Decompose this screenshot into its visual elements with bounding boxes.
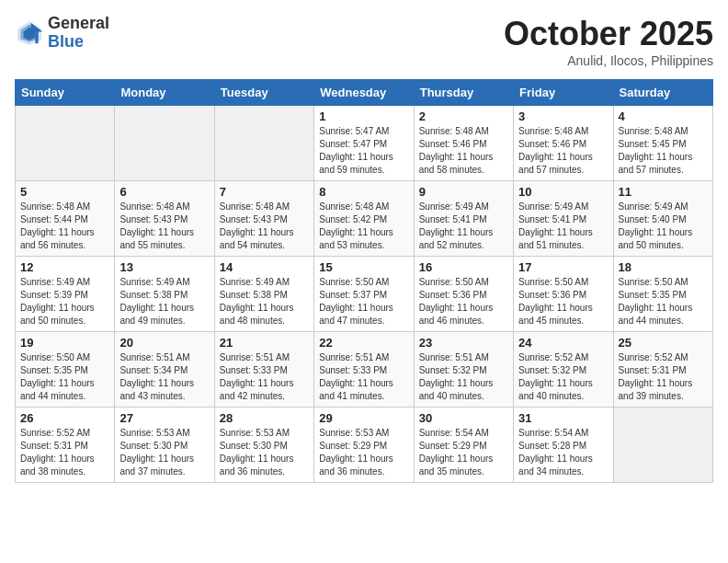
day-number: 4 <box>619 109 708 123</box>
calendar-cell: 2Sunrise: 5:48 AM Sunset: 5:46 PM Daylig… <box>414 106 513 181</box>
calendar-cell: 6Sunrise: 5:48 AM Sunset: 5:43 PM Daylig… <box>115 181 214 257</box>
day-info: Sunrise: 5:53 AM Sunset: 5:29 PM Dayligh… <box>319 427 408 478</box>
calendar-cell <box>214 106 313 181</box>
day-number: 17 <box>518 260 608 274</box>
day-info: Sunrise: 5:48 AM Sunset: 5:42 PM Dayligh… <box>319 201 408 252</box>
day-header-saturday: Saturday <box>613 80 712 106</box>
month-title: October 2025 <box>504 15 713 53</box>
calendar-cell: 21Sunrise: 5:51 AM Sunset: 5:33 PM Dayli… <box>214 332 313 408</box>
calendar-week-2: 5Sunrise: 5:48 AM Sunset: 5:44 PM Daylig… <box>16 181 713 257</box>
day-info: Sunrise: 5:53 AM Sunset: 5:30 PM Dayligh… <box>220 427 309 478</box>
day-number: 8 <box>319 185 408 199</box>
day-info: Sunrise: 5:51 AM Sunset: 5:33 PM Dayligh… <box>220 351 309 403</box>
day-number: 3 <box>518 109 608 123</box>
calendar-cell: 1Sunrise: 5:47 AM Sunset: 5:47 PM Daylig… <box>314 106 414 181</box>
day-number: 26 <box>20 411 109 425</box>
day-header-monday: Monday <box>115 80 214 106</box>
day-number: 14 <box>220 260 309 274</box>
calendar-cell: 5Sunrise: 5:48 AM Sunset: 5:44 PM Daylig… <box>16 181 115 257</box>
calendar-cell: 7Sunrise: 5:48 AM Sunset: 5:43 PM Daylig… <box>214 181 313 257</box>
calendar-week-4: 19Sunrise: 5:50 AM Sunset: 5:35 PM Dayli… <box>16 332 713 408</box>
logo-general-text: General <box>48 15 109 33</box>
calendar-cell: 28Sunrise: 5:53 AM Sunset: 5:30 PM Dayli… <box>214 408 313 483</box>
calendar-cell: 20Sunrise: 5:51 AM Sunset: 5:34 PM Dayli… <box>115 332 214 408</box>
day-info: Sunrise: 5:52 AM Sunset: 5:31 PM Dayligh… <box>20 427 109 478</box>
day-info: Sunrise: 5:49 AM Sunset: 5:39 PM Dayligh… <box>20 276 109 327</box>
day-info: Sunrise: 5:54 AM Sunset: 5:28 PM Dayligh… <box>518 427 608 478</box>
day-info: Sunrise: 5:50 AM Sunset: 5:37 PM Dayligh… <box>319 276 408 327</box>
day-number: 18 <box>619 260 708 274</box>
day-info: Sunrise: 5:50 AM Sunset: 5:35 PM Dayligh… <box>20 351 109 403</box>
day-info: Sunrise: 5:48 AM Sunset: 5:44 PM Dayligh… <box>20 201 109 252</box>
day-number: 30 <box>419 411 508 425</box>
calendar-week-1: 1Sunrise: 5:47 AM Sunset: 5:47 PM Daylig… <box>16 106 713 181</box>
day-number: 13 <box>119 260 209 274</box>
day-header-wednesday: Wednesday <box>314 80 414 106</box>
day-header-thursday: Thursday <box>414 80 513 106</box>
calendar-cell: 22Sunrise: 5:51 AM Sunset: 5:33 PM Dayli… <box>314 332 414 408</box>
calendar-cell <box>613 408 712 483</box>
day-info: Sunrise: 5:48 AM Sunset: 5:43 PM Dayligh… <box>119 201 209 252</box>
day-number: 25 <box>619 336 708 350</box>
day-number: 20 <box>119 336 209 350</box>
calendar-cell: 29Sunrise: 5:53 AM Sunset: 5:29 PM Dayli… <box>314 408 414 483</box>
calendar-cell: 18Sunrise: 5:50 AM Sunset: 5:35 PM Dayli… <box>613 257 712 332</box>
day-number: 11 <box>619 185 708 199</box>
calendar-cell: 11Sunrise: 5:49 AM Sunset: 5:40 PM Dayli… <box>613 181 712 257</box>
calendar-cell: 30Sunrise: 5:54 AM Sunset: 5:29 PM Dayli… <box>414 408 513 483</box>
day-number: 10 <box>518 185 608 199</box>
logo: General Blue <box>15 15 109 52</box>
day-info: Sunrise: 5:49 AM Sunset: 5:38 PM Dayligh… <box>119 276 209 327</box>
day-info: Sunrise: 5:53 AM Sunset: 5:30 PM Dayligh… <box>119 427 209 478</box>
day-info: Sunrise: 5:47 AM Sunset: 5:47 PM Dayligh… <box>319 125 408 177</box>
day-info: Sunrise: 5:50 AM Sunset: 5:35 PM Dayligh… <box>619 276 708 327</box>
calendar-cell: 27Sunrise: 5:53 AM Sunset: 5:30 PM Dayli… <box>115 408 214 483</box>
day-number: 2 <box>419 109 508 123</box>
calendar-cell: 13Sunrise: 5:49 AM Sunset: 5:38 PM Dayli… <box>115 257 214 332</box>
title-block: October 2025 Anulid, Ilocos, Philippines <box>504 15 713 68</box>
day-header-sunday: Sunday <box>16 80 115 106</box>
day-number: 6 <box>119 185 209 199</box>
day-number: 23 <box>419 336 508 350</box>
day-info: Sunrise: 5:52 AM Sunset: 5:32 PM Dayligh… <box>518 351 608 403</box>
calendar-cell <box>115 106 214 181</box>
calendar-cell: 8Sunrise: 5:48 AM Sunset: 5:42 PM Daylig… <box>314 181 414 257</box>
day-number: 29 <box>319 411 408 425</box>
calendar-week-3: 12Sunrise: 5:49 AM Sunset: 5:39 PM Dayli… <box>16 257 713 332</box>
calendar-cell: 24Sunrise: 5:52 AM Sunset: 5:32 PM Dayli… <box>514 332 613 408</box>
day-number: 31 <box>518 411 608 425</box>
calendar-cell: 15Sunrise: 5:50 AM Sunset: 5:37 PM Dayli… <box>314 257 414 332</box>
day-info: Sunrise: 5:48 AM Sunset: 5:43 PM Dayligh… <box>220 201 309 252</box>
calendar-cell <box>16 106 115 181</box>
day-number: 1 <box>319 109 408 123</box>
day-info: Sunrise: 5:48 AM Sunset: 5:45 PM Dayligh… <box>619 125 708 177</box>
day-number: 12 <box>20 260 109 274</box>
day-info: Sunrise: 5:50 AM Sunset: 5:36 PM Dayligh… <box>518 276 608 327</box>
day-number: 9 <box>419 185 508 199</box>
day-info: Sunrise: 5:48 AM Sunset: 5:46 PM Dayligh… <box>419 125 508 177</box>
day-header-friday: Friday <box>514 80 613 106</box>
calendar-cell: 12Sunrise: 5:49 AM Sunset: 5:39 PM Dayli… <box>16 257 115 332</box>
calendar-cell: 14Sunrise: 5:49 AM Sunset: 5:38 PM Dayli… <box>214 257 313 332</box>
day-number: 19 <box>20 336 109 350</box>
logo-icon <box>15 18 44 48</box>
calendar-cell: 25Sunrise: 5:52 AM Sunset: 5:31 PM Dayli… <box>613 332 712 408</box>
day-number: 7 <box>220 185 309 199</box>
day-number: 28 <box>220 411 309 425</box>
location-subtitle: Anulid, Ilocos, Philippines <box>504 53 713 68</box>
day-number: 5 <box>20 185 109 199</box>
calendar-cell: 17Sunrise: 5:50 AM Sunset: 5:36 PM Dayli… <box>514 257 613 332</box>
day-info: Sunrise: 5:49 AM Sunset: 5:41 PM Dayligh… <box>419 201 508 252</box>
calendar-header-row: SundayMondayTuesdayWednesdayThursdayFrid… <box>16 80 713 106</box>
logo-blue-text: Blue <box>48 33 109 52</box>
page-header: General Blue October 2025 Anulid, Ilocos… <box>15 15 713 68</box>
day-number: 22 <box>319 336 408 350</box>
day-info: Sunrise: 5:52 AM Sunset: 5:31 PM Dayligh… <box>619 351 708 403</box>
day-info: Sunrise: 5:49 AM Sunset: 5:38 PM Dayligh… <box>220 276 309 327</box>
day-number: 16 <box>419 260 508 274</box>
day-header-tuesday: Tuesday <box>214 80 313 106</box>
day-info: Sunrise: 5:51 AM Sunset: 5:32 PM Dayligh… <box>419 351 508 403</box>
calendar-cell: 26Sunrise: 5:52 AM Sunset: 5:31 PM Dayli… <box>16 408 115 483</box>
calendar-cell: 3Sunrise: 5:48 AM Sunset: 5:46 PM Daylig… <box>514 106 613 181</box>
day-number: 15 <box>319 260 408 274</box>
